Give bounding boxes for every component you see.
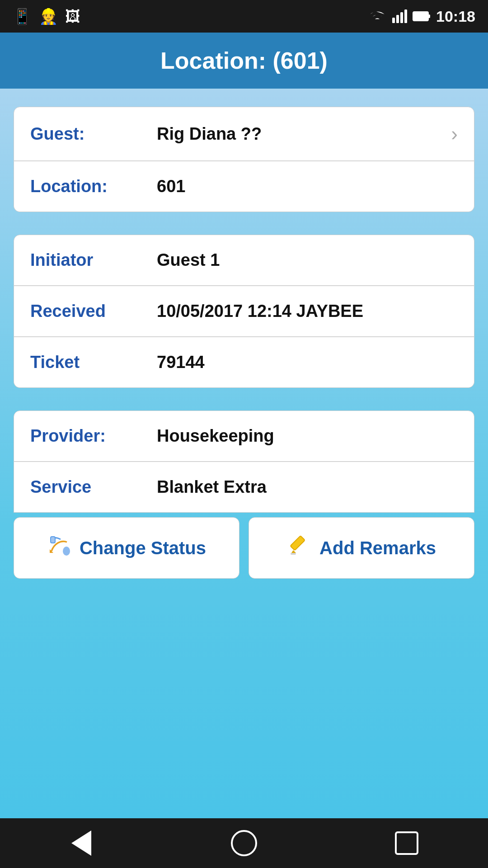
signal-icon — [391, 8, 407, 24]
guest-location-group: Guest: Rig Diana ?? › Location: 601 — [14, 107, 474, 212]
chevron-right-icon: › — [451, 123, 458, 145]
change-status-icon — [47, 533, 71, 563]
service-value: Blanket Extra — [157, 477, 458, 497]
nav-bar — [0, 818, 488, 868]
battery-icon — [413, 11, 431, 21]
provider-label: Provider: — [30, 426, 157, 446]
received-label: Received — [30, 302, 157, 321]
svg-rect-4 — [413, 12, 428, 21]
add-remarks-button[interactable]: Add Remarks — [249, 517, 474, 579]
initiator-row: Initiator Guest 1 — [14, 235, 474, 286]
svg-rect-2 — [400, 12, 403, 23]
service-row: Service Blanket Extra — [14, 462, 474, 513]
add-remarks-icon — [287, 533, 311, 563]
service-group: Provider: Housekeeping Service Blanket E… — [14, 410, 474, 579]
svg-rect-7 — [51, 537, 55, 543]
service-label: Service — [30, 477, 157, 497]
svg-rect-8 — [290, 536, 305, 551]
svg-marker-9 — [291, 550, 296, 553]
avatar-icon: 👷 — [39, 7, 58, 25]
status-bar: 📱 👷 🖼 10:18 — [0, 0, 488, 33]
svg-rect-10 — [291, 553, 296, 555]
initiator-label: Initiator — [30, 250, 157, 270]
svg-rect-3 — [404, 9, 407, 23]
initiator-value: Guest 1 — [157, 250, 458, 270]
ticket-value: 79144 — [157, 353, 458, 372]
status-bar-right: 10:18 — [369, 8, 475, 25]
action-buttons: Change Status Add Remarks — [14, 513, 474, 579]
guest-row[interactable]: Guest: Rig Diana ?? › — [14, 107, 474, 161]
svg-rect-1 — [396, 15, 399, 23]
whatsapp-icon: 📱 — [13, 7, 32, 25]
location-value: 601 — [157, 177, 458, 196]
app-header: Location: (601) — [0, 33, 488, 89]
change-status-button[interactable]: Change Status — [14, 517, 239, 579]
status-bar-left: 📱 👷 🖼 — [13, 7, 80, 25]
guest-label: Guest: — [30, 124, 157, 144]
provider-value: Housekeeping — [157, 426, 458, 446]
svg-rect-0 — [392, 18, 395, 23]
add-remarks-label: Add Remarks — [319, 538, 436, 558]
location-label: Location: — [30, 177, 157, 196]
location-row: Location: 601 — [14, 161, 474, 212]
svg-point-6 — [63, 547, 70, 556]
image-icon: 🖼 — [65, 8, 80, 25]
nav-back-button[interactable] — [63, 825, 99, 861]
time-display: 10:18 — [436, 8, 475, 25]
page-title: Location: (601) — [160, 47, 328, 74]
ticket-label: Ticket — [30, 353, 157, 372]
guest-value: Rig Diana ?? — [157, 124, 446, 144]
provider-row: Provider: Housekeeping — [14, 410, 474, 462]
received-row: Received 10/05/2017 12:14 JAYBEE — [14, 286, 474, 337]
nav-recents-button[interactable] — [389, 825, 425, 861]
ticket-group: Initiator Guest 1 Received 10/05/2017 12… — [14, 235, 474, 388]
main-content: Guest: Rig Diana ?? › Location: 601 Init… — [0, 89, 488, 818]
change-status-label: Change Status — [80, 538, 206, 558]
received-value: 10/05/2017 12:14 JAYBEE — [157, 302, 458, 321]
wifi-icon — [369, 8, 385, 24]
ticket-row: Ticket 79144 — [14, 337, 474, 388]
svg-rect-5 — [428, 14, 430, 18]
nav-home-button[interactable] — [226, 825, 262, 861]
